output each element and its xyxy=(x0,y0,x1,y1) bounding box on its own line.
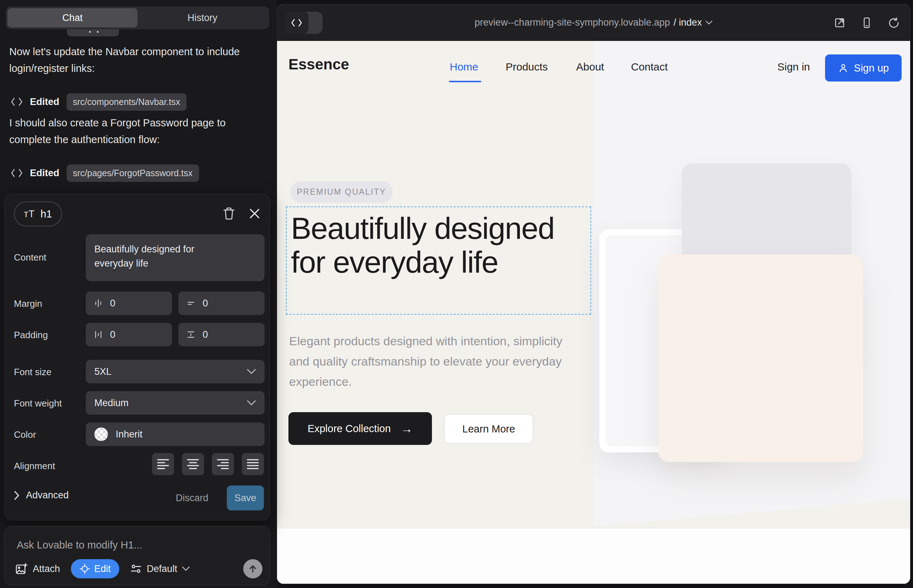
delete-element-button[interactable] xyxy=(221,206,237,221)
code-preview-toggle[interactable] xyxy=(285,12,323,34)
file-chip[interactable]: src/components/Navbar.tsx xyxy=(66,93,187,111)
hero-badge: PREMIUM QUALITY xyxy=(290,181,393,203)
selection-outline: Beautifully designed for everyday life xyxy=(286,207,591,315)
explore-collection-button[interactable]: Explore Collection → xyxy=(288,412,432,445)
margin-x-input[interactable]: 0 xyxy=(86,291,172,315)
margin-y-input[interactable]: 0 xyxy=(178,291,265,315)
external-link-icon xyxy=(834,17,846,29)
color-label: Color xyxy=(14,429,36,440)
chevron-down-icon xyxy=(247,400,256,406)
open-external-button[interactable] xyxy=(832,16,847,30)
margin-horizontal-icon xyxy=(94,299,103,308)
edited-file-row: Edited src/pages/ForgotPassword.tsx xyxy=(11,163,199,183)
hero-heading[interactable]: Beautifully designed for everyday life xyxy=(291,212,580,279)
preview-url[interactable]: preview--charming-site-symphony.lovable.… xyxy=(384,4,803,41)
send-button[interactable] xyxy=(243,559,262,578)
edit-mode-button[interactable]: Edit xyxy=(71,559,120,578)
color-swatch xyxy=(94,428,108,441)
active-nav-underline xyxy=(449,81,481,82)
padding-y-input[interactable]: 0 xyxy=(178,323,265,346)
chevron-right-icon xyxy=(14,491,19,500)
site-canvas: Essence Home Products About Contact Sign… xyxy=(277,41,910,584)
content-label: Content xyxy=(14,252,46,263)
attach-button[interactable]: Attach xyxy=(15,562,60,575)
save-button[interactable]: Save xyxy=(227,486,264,510)
font-weight-select[interactable]: Medium xyxy=(86,391,265,415)
file-chip[interactable]: src/pages/ForgotPassword.tsx xyxy=(66,165,199,182)
nav-link-about[interactable]: About xyxy=(576,61,604,73)
margin-vertical-icon xyxy=(186,299,196,308)
preview-pane: preview--charming-site-symphony.lovable.… xyxy=(277,4,910,584)
nav-link-contact[interactable]: Contact xyxy=(631,61,668,73)
font-size-select[interactable]: 5XL xyxy=(86,360,265,383)
lovable-app: Chat History Now let's update the Navbar… xyxy=(0,0,913,588)
composer-toolbar: Attach Edit Default xyxy=(15,559,262,579)
element-editor-panel: тT h1 Content Beautifully designed for e… xyxy=(4,194,270,520)
preview-actions xyxy=(832,4,901,41)
model-mode-select[interactable]: Default xyxy=(130,563,190,575)
padding-vertical-icon xyxy=(186,330,196,339)
font-size-label: Font size xyxy=(14,367,52,378)
padding-x-input[interactable]: 0 xyxy=(86,323,172,346)
code-icon xyxy=(11,97,23,107)
prompt-input[interactable]: Ask Lovable to modify H1... xyxy=(17,539,142,551)
url-host: preview--charming-site-symphony.lovable.… xyxy=(475,17,670,28)
align-right-button[interactable] xyxy=(212,453,234,475)
attach-image-icon xyxy=(15,562,28,575)
chevron-down-icon xyxy=(706,20,712,25)
advanced-toggle[interactable]: Advanced xyxy=(14,490,69,501)
url-path: / index xyxy=(674,17,702,28)
padding-horizontal-icon xyxy=(94,330,103,339)
sliders-icon xyxy=(130,563,142,575)
site-logo[interactable]: Essence xyxy=(288,56,349,73)
arrow-up-icon xyxy=(248,564,258,574)
chat-message: Now let's update the Navbar component to… xyxy=(9,44,250,77)
edited-file-row: Edited src/components/Navbar.tsx xyxy=(11,92,186,112)
align-left-button[interactable] xyxy=(152,453,174,475)
sign-up-button[interactable]: Sign up xyxy=(825,55,902,81)
alignment-label: Alignment xyxy=(14,460,55,472)
code-toggle-segment[interactable] xyxy=(285,12,308,34)
scrolled-file-chip[interactable] xyxy=(67,29,119,36)
edited-label: Edited xyxy=(30,168,60,179)
selected-element-tag: h1 xyxy=(40,208,52,220)
align-justify-button[interactable] xyxy=(242,453,264,475)
mobile-view-button[interactable] xyxy=(860,16,874,30)
next-section-background xyxy=(277,528,910,584)
chevron-down-icon xyxy=(247,369,256,375)
refresh-button[interactable] xyxy=(887,16,901,30)
sidebar-tabs: Chat History xyxy=(6,6,269,29)
arrow-right-icon: → xyxy=(401,422,413,436)
selected-element-pill[interactable]: тT h1 xyxy=(14,202,62,226)
target-icon xyxy=(79,564,90,574)
discard-button[interactable]: Discard xyxy=(176,493,208,504)
text-type-icon: тT xyxy=(24,208,35,220)
user-icon xyxy=(838,63,848,73)
nav-link-home[interactable]: Home xyxy=(450,61,478,73)
chat-message: I should also create a Forgot Password p… xyxy=(9,115,250,148)
hero-paragraph: Elegant products designed with intention… xyxy=(289,331,568,392)
refresh-icon xyxy=(888,17,900,29)
close-icon[interactable] xyxy=(247,206,262,221)
tab-chat[interactable]: Chat xyxy=(8,8,138,27)
tab-history[interactable]: History xyxy=(138,8,267,27)
padding-label: Padding xyxy=(14,330,48,341)
chat-sidebar: Chat History Now let's update the Navbar… xyxy=(0,0,277,588)
font-weight-label: Font weight xyxy=(14,398,62,409)
nav-link-products[interactable]: Products xyxy=(506,61,548,73)
alignment-buttons xyxy=(152,453,264,475)
content-input[interactable]: Beautifully designed for everyday life xyxy=(86,234,265,281)
color-select[interactable]: Inherit xyxy=(86,423,265,446)
code-icon xyxy=(11,168,23,178)
learn-more-button[interactable]: Learn More xyxy=(444,414,533,444)
phone-icon xyxy=(861,17,873,29)
prompt-composer: Ask Lovable to modify H1... Attach Edit … xyxy=(4,526,270,585)
chevron-down-icon xyxy=(182,566,190,571)
code-icon xyxy=(291,19,302,27)
align-center-button[interactable] xyxy=(182,453,204,475)
sign-in-link[interactable]: Sign in xyxy=(777,61,810,73)
edited-label: Edited xyxy=(30,97,60,108)
margin-label: Margin xyxy=(14,298,42,309)
preview-topbar: preview--charming-site-symphony.lovable.… xyxy=(277,4,910,41)
hero-card-cream xyxy=(659,255,863,462)
